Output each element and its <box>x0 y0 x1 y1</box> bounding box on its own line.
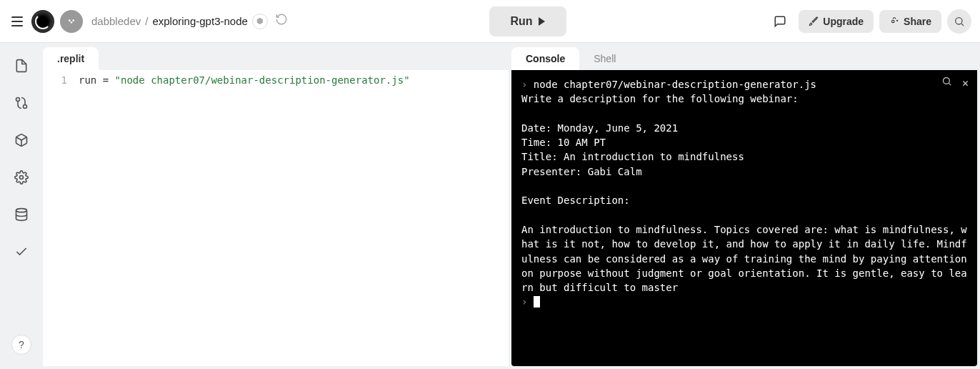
console-tabs: Console Shell <box>511 47 977 70</box>
console-text: Write a description for the following we… <box>521 93 973 293</box>
svg-point-3 <box>892 20 895 23</box>
rocket-icon <box>809 16 819 26</box>
line-number: 1 <box>43 74 79 366</box>
svg-point-2 <box>71 21 73 24</box>
share-button[interactable]: Share <box>879 10 941 33</box>
cursor-icon <box>534 296 540 308</box>
console-command: node chapter07/webinar-description-gener… <box>534 79 816 90</box>
settings-icon[interactable] <box>13 169 30 186</box>
version-control-icon[interactable] <box>13 94 30 112</box>
console-output[interactable]: ✕› node chapter07/webinar-description-ge… <box>511 70 977 366</box>
code-line: run = "node chapter07/webinar-descriptio… <box>79 74 410 366</box>
editor-panel: .replit 1 run = "node chapter07/webinar-… <box>43 47 509 366</box>
tab-console[interactable]: Console <box>511 47 579 70</box>
svg-point-1 <box>72 19 74 21</box>
chat-icon[interactable] <box>767 9 793 34</box>
svg-point-11 <box>943 78 949 84</box>
console-panel: Console Shell ✕› node chapter07/webinar-… <box>511 47 977 366</box>
svg-point-7 <box>24 105 27 109</box>
editor-tabs: .replit <box>43 47 509 70</box>
database-icon[interactable] <box>13 206 30 223</box>
files-icon[interactable] <box>13 57 30 74</box>
prompt-caret: › <box>521 79 534 90</box>
editor-tab-replit[interactable]: .replit <box>43 47 99 70</box>
search-icon <box>954 16 965 27</box>
help-button[interactable]: ? <box>11 335 31 355</box>
language-nodejs-icon: ⬢ <box>252 14 268 29</box>
code-editor[interactable]: 1 run = "node chapter07/webinar-descript… <box>43 70 509 366</box>
svg-line-12 <box>949 83 951 85</box>
console-search-icon[interactable] <box>941 76 952 92</box>
user-avatar[interactable] <box>60 10 83 33</box>
upgrade-label: Upgrade <box>823 16 864 27</box>
share-icon <box>889 16 899 26</box>
hamburger-menu-icon[interactable] <box>9 13 26 30</box>
tab-shell[interactable]: Shell <box>579 47 630 70</box>
svg-line-5 <box>961 24 964 26</box>
header-right: Upgrade Share <box>767 9 971 34</box>
play-icon <box>539 17 545 26</box>
main-area: ? .replit 1 run = "node chapter07/webina… <box>0 43 980 369</box>
run-button-label: Run <box>511 15 533 28</box>
packages-icon[interactable] <box>13 132 30 149</box>
header-center: Run <box>294 6 761 36</box>
svg-point-4 <box>956 17 962 24</box>
svg-point-6 <box>16 98 20 102</box>
svg-point-9 <box>20 176 24 179</box>
history-icon[interactable] <box>275 13 288 29</box>
left-sidebar: ? <box>0 43 43 369</box>
search-button[interactable] <box>947 9 971 34</box>
breadcrumb-user[interactable]: dabbledev <box>91 15 141 27</box>
breadcrumb-project[interactable]: exploring-gpt3-node <box>152 15 247 27</box>
console-close-icon[interactable]: ✕ <box>962 76 969 92</box>
checkmark-icon[interactable] <box>13 243 30 260</box>
breadcrumb: dabbledev / exploring-gpt3-node ⬢ <box>91 13 288 29</box>
svg-point-10 <box>16 209 27 212</box>
upgrade-button[interactable]: Upgrade <box>799 10 874 33</box>
share-label: Share <box>904 16 931 27</box>
prompt-caret-2: › <box>521 296 534 308</box>
breadcrumb-separator: / <box>145 15 148 27</box>
console-toolbar: ✕ <box>941 76 969 92</box>
svg-point-0 <box>69 19 71 21</box>
header-bar: dabbledev / exploring-gpt3-node ⬢ Run Up… <box>0 0 980 43</box>
run-button[interactable]: Run <box>489 6 566 36</box>
replit-logo-icon[interactable] <box>31 10 54 33</box>
